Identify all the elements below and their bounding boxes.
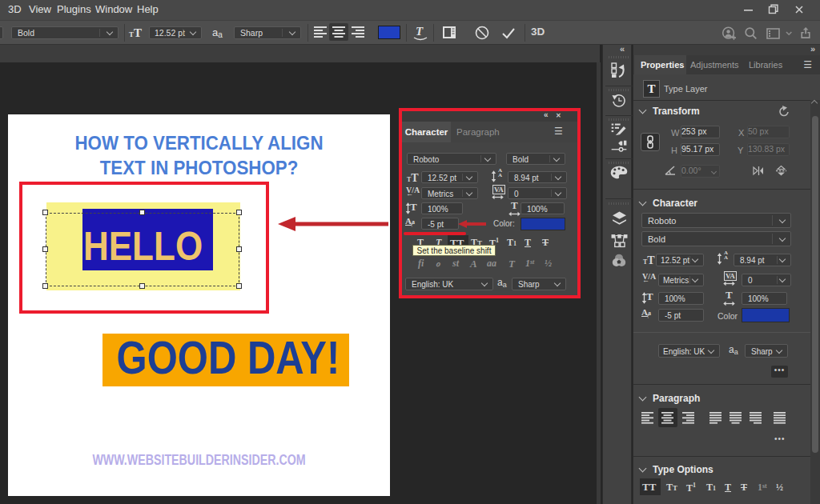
svg-text:T: T [416,25,424,38]
